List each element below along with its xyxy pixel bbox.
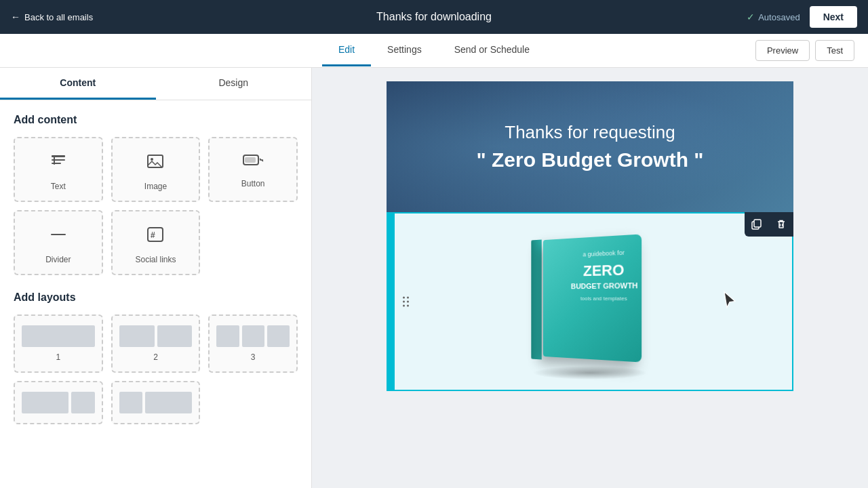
drag-dot-row <box>403 305 409 307</box>
tab-send-schedule[interactable]: Send or Schedule <box>438 35 546 66</box>
top-bar-right: ✓ Autosaved Next <box>747 6 857 28</box>
content-item-image[interactable]: Image <box>111 137 201 202</box>
main-layout: Content Design Add content Text <box>0 68 868 488</box>
layout-1-col[interactable]: 1 <box>14 314 103 373</box>
layout-col <box>119 392 143 413</box>
drag-dot-row <box>403 301 409 303</box>
book-title-sub: BUDGET GROWTH <box>561 281 649 291</box>
layout-col <box>22 392 68 413</box>
content-items-grid: Text Image <box>14 137 298 275</box>
svg-rect-7 <box>245 157 256 163</box>
email-header-text: Thanks for requesting " Zero Budget Grow… <box>414 122 766 171</box>
svg-rect-3 <box>54 155 55 165</box>
copy-block-button[interactable] <box>745 212 769 237</box>
book-body: a guidebook for ZERO BUDGET GROWTH tools… <box>543 234 642 362</box>
drag-dot <box>407 297 409 299</box>
layout-col <box>267 325 290 347</box>
book-spine <box>531 240 541 360</box>
content-item-button[interactable]: Button <box>208 137 298 202</box>
book-text: a guidebook for ZERO BUDGET GROWTH tools… <box>561 248 649 302</box>
email-wrapper: Thanks for requesting " Zero Budget Grow… <box>387 81 793 391</box>
book-title-main: ZERO <box>561 261 649 280</box>
layouts-grid: 1 2 3 <box>14 314 298 424</box>
drag-dot <box>407 301 409 303</box>
svg-rect-8 <box>51 234 66 235</box>
add-layouts-title: Add layouts <box>14 291 298 304</box>
secondary-nav-actions: Preview Test <box>755 40 854 61</box>
drag-dot <box>403 301 405 303</box>
layout-extra-1[interactable] <box>14 381 103 424</box>
layout-col <box>145 392 192 413</box>
content-item-divider[interactable]: Divider <box>14 210 103 275</box>
sidebar-tabs: Content Design <box>0 68 311 100</box>
layout-col <box>119 325 155 347</box>
layout-col <box>216 325 239 347</box>
button-content-icon <box>242 152 264 172</box>
content-item-social[interactable]: # Social links <box>111 210 201 275</box>
book-subtitle: a guidebook for <box>561 248 649 259</box>
social-content-label: Social links <box>135 255 176 264</box>
divider-content-label: Divider <box>45 255 71 264</box>
preview-button[interactable]: Preview <box>755 40 810 61</box>
email-header-line1: Thanks for requesting <box>414 122 766 143</box>
layout-1-label: 1 <box>56 352 60 362</box>
text-content-label: Text <box>51 182 66 191</box>
sidebar-tab-content[interactable]: Content <box>0 68 156 100</box>
book-shadow <box>532 366 648 380</box>
email-body-inner: a guidebook for ZERO BUDGET GROWTH tools… <box>388 214 792 390</box>
drag-dot <box>403 305 405 307</box>
social-content-icon: # <box>146 225 165 248</box>
email-body-block[interactable]: a guidebook for ZERO BUDGET GROWTH tools… <box>387 212 793 391</box>
page-title: Thanks for downloading <box>376 11 492 23</box>
layout-extra-preview-2 <box>119 392 193 413</box>
book-illustration: a guidebook for ZERO BUDGET GROWTH tools… <box>526 230 661 373</box>
divider-content-icon <box>49 225 68 248</box>
svg-text:#: # <box>151 230 155 240</box>
layout-col <box>71 392 95 413</box>
back-arrow-icon: ← <box>11 12 20 22</box>
svg-point-5 <box>151 158 153 161</box>
top-bar: ← Back to all emails Thanks for download… <box>0 0 868 34</box>
cursor-icon <box>722 291 738 313</box>
drag-handle[interactable] <box>403 297 409 307</box>
sidebar-tab-design[interactable]: Design <box>156 68 312 100</box>
drag-dot-row <box>403 297 409 299</box>
button-content-label: Button <box>241 179 265 188</box>
image-content-icon <box>146 152 165 175</box>
back-label: Back to all emails <box>24 12 93 22</box>
layout-extra-2[interactable] <box>111 381 201 424</box>
email-header-block[interactable]: Thanks for requesting " Zero Budget Grow… <box>387 81 793 212</box>
layout-2-col[interactable]: 2 <box>111 314 201 373</box>
text-content-icon <box>49 152 68 175</box>
book-bottom-text: tools and templates <box>561 296 649 302</box>
back-link[interactable]: ← Back to all emails <box>11 12 93 22</box>
drag-dot <box>407 305 409 307</box>
email-body-content: a guidebook for ZERO BUDGET GROWTH tools… <box>395 214 792 390</box>
autosaved-status: ✓ Autosaved <box>747 12 800 22</box>
add-content-title: Add content <box>14 114 298 126</box>
tab-edit[interactable]: Edit <box>322 35 371 66</box>
sidebar: Content Design Add content Text <box>0 68 312 488</box>
next-button[interactable]: Next <box>810 6 857 28</box>
layout-col <box>22 325 95 347</box>
sidebar-content: Add content Text <box>0 100 311 438</box>
svg-rect-2 <box>52 163 61 164</box>
layout-extra-preview <box>22 392 95 413</box>
drag-dot <box>403 297 405 299</box>
layout-col <box>157 325 193 347</box>
email-body-sidebar-bar <box>388 214 395 390</box>
secondary-nav: Edit Settings Send or Schedule Preview T… <box>0 34 868 68</box>
tab-bar: Edit Settings Send or Schedule <box>322 35 546 66</box>
tab-settings[interactable]: Settings <box>371 35 438 66</box>
layout-3-col[interactable]: 3 <box>208 314 298 373</box>
delete-block-button[interactable] <box>769 212 793 237</box>
layout-2-preview <box>119 325 193 347</box>
test-button[interactable]: Test <box>815 40 854 61</box>
email-header-line2: " Zero Budget Growth " <box>414 148 766 171</box>
email-canvas: Thanks for requesting " Zero Budget Grow… <box>312 68 868 488</box>
layout-3-label: 3 <box>251 352 256 362</box>
svg-rect-12 <box>754 220 761 227</box>
content-item-text[interactable]: Text <box>14 137 103 202</box>
check-icon: ✓ <box>747 12 755 22</box>
layout-2-label: 2 <box>153 352 158 362</box>
